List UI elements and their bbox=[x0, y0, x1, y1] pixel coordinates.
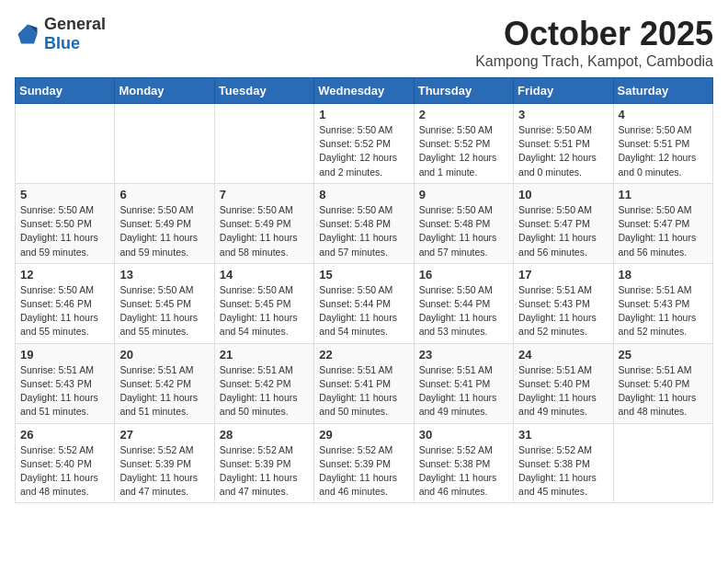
calendar-cell: 24Sunrise: 5:51 AM Sunset: 5:40 PM Dayli… bbox=[514, 343, 613, 423]
calendar-cell: 18Sunrise: 5:51 AM Sunset: 5:43 PM Dayli… bbox=[613, 263, 712, 343]
calendar-cell: 10Sunrise: 5:50 AM Sunset: 5:47 PM Dayli… bbox=[514, 183, 613, 263]
day-info: Sunrise: 5:50 AM Sunset: 5:47 PM Dayligh… bbox=[518, 203, 608, 259]
day-number: 17 bbox=[518, 268, 608, 282]
day-info: Sunrise: 5:50 AM Sunset: 5:51 PM Dayligh… bbox=[619, 123, 708, 179]
calendar-cell: 13Sunrise: 5:50 AM Sunset: 5:45 PM Dayli… bbox=[115, 263, 214, 343]
day-number: 8 bbox=[319, 188, 408, 201]
day-info: Sunrise: 5:50 AM Sunset: 5:46 PM Dayligh… bbox=[20, 283, 109, 339]
day-number: 23 bbox=[419, 348, 508, 362]
day-number: 12 bbox=[20, 268, 109, 282]
day-number: 25 bbox=[619, 348, 708, 362]
day-number: 10 bbox=[518, 188, 608, 201]
day-info: Sunrise: 5:50 AM Sunset: 5:52 PM Dayligh… bbox=[419, 123, 508, 179]
calendar-cell: 11Sunrise: 5:50 AM Sunset: 5:47 PM Dayli… bbox=[613, 183, 712, 263]
title-block: October 2025 Kampong Trach, Kampot, Camb… bbox=[475, 15, 713, 70]
day-info: Sunrise: 5:50 AM Sunset: 5:49 PM Dayligh… bbox=[220, 203, 309, 259]
day-info: Sunrise: 5:51 AM Sunset: 5:40 PM Dayligh… bbox=[518, 363, 608, 419]
calendar-week-4: 19Sunrise: 5:51 AM Sunset: 5:43 PM Dayli… bbox=[16, 343, 713, 423]
day-number: 14 bbox=[220, 268, 309, 282]
day-number: 30 bbox=[419, 428, 508, 442]
day-info: Sunrise: 5:50 AM Sunset: 5:44 PM Dayligh… bbox=[319, 283, 408, 339]
day-number: 9 bbox=[419, 188, 508, 201]
calendar-cell bbox=[613, 423, 712, 503]
month-title: October 2025 bbox=[475, 15, 713, 53]
day-number: 31 bbox=[518, 428, 608, 442]
day-number: 13 bbox=[119, 268, 209, 282]
logo-blue: Blue bbox=[44, 34, 80, 52]
day-number: 28 bbox=[220, 428, 309, 442]
day-info: Sunrise: 5:50 AM Sunset: 5:44 PM Dayligh… bbox=[419, 283, 508, 339]
day-number: 1 bbox=[319, 108, 408, 121]
weekday-header-saturday: Saturday bbox=[613, 78, 712, 104]
calendar-cell bbox=[16, 104, 115, 184]
calendar-cell bbox=[214, 104, 313, 184]
weekday-header-tuesday: Tuesday bbox=[214, 78, 313, 104]
day-info: Sunrise: 5:51 AM Sunset: 5:42 PM Dayligh… bbox=[119, 363, 209, 419]
calendar-cell: 7Sunrise: 5:50 AM Sunset: 5:49 PM Daylig… bbox=[214, 183, 313, 263]
weekday-header-sunday: Sunday bbox=[16, 78, 115, 104]
calendar-cell: 1Sunrise: 5:50 AM Sunset: 5:52 PM Daylig… bbox=[314, 104, 414, 184]
day-info: Sunrise: 5:51 AM Sunset: 5:41 PM Dayligh… bbox=[319, 363, 408, 419]
logo: General Blue bbox=[15, 15, 106, 53]
weekday-header-wednesday: Wednesday bbox=[314, 78, 414, 104]
calendar-cell: 9Sunrise: 5:50 AM Sunset: 5:48 PM Daylig… bbox=[414, 183, 513, 263]
day-info: Sunrise: 5:50 AM Sunset: 5:50 PM Dayligh… bbox=[20, 203, 109, 259]
calendar-cell: 29Sunrise: 5:52 AM Sunset: 5:39 PM Dayli… bbox=[314, 423, 414, 503]
day-number: 24 bbox=[518, 348, 608, 362]
day-number: 20 bbox=[119, 348, 209, 362]
day-info: Sunrise: 5:51 AM Sunset: 5:43 PM Dayligh… bbox=[20, 363, 109, 419]
calendar-cell: 2Sunrise: 5:50 AM Sunset: 5:52 PM Daylig… bbox=[414, 104, 513, 184]
logo-text: General Blue bbox=[44, 15, 106, 53]
weekday-header-row: SundayMondayTuesdayWednesdayThursdayFrid… bbox=[16, 78, 713, 104]
location-title: Kampong Trach, Kampot, Cambodia bbox=[475, 53, 713, 70]
day-info: Sunrise: 5:50 AM Sunset: 5:47 PM Dayligh… bbox=[619, 203, 708, 259]
day-number: 18 bbox=[619, 268, 708, 282]
calendar-cell: 27Sunrise: 5:52 AM Sunset: 5:39 PM Dayli… bbox=[115, 423, 214, 503]
weekday-header-friday: Friday bbox=[514, 78, 613, 104]
day-info: Sunrise: 5:51 AM Sunset: 5:43 PM Dayligh… bbox=[518, 283, 608, 339]
day-info: Sunrise: 5:52 AM Sunset: 5:38 PM Dayligh… bbox=[419, 443, 508, 500]
calendar-cell: 19Sunrise: 5:51 AM Sunset: 5:43 PM Dayli… bbox=[16, 343, 115, 423]
day-info: Sunrise: 5:51 AM Sunset: 5:41 PM Dayligh… bbox=[419, 363, 508, 419]
page-header: General Blue October 2025 Kampong Trach,… bbox=[15, 15, 713, 70]
day-info: Sunrise: 5:51 AM Sunset: 5:43 PM Dayligh… bbox=[619, 283, 708, 339]
calendar-week-1: 1Sunrise: 5:50 AM Sunset: 5:52 PM Daylig… bbox=[16, 104, 713, 184]
weekday-header-thursday: Thursday bbox=[414, 78, 513, 104]
day-number: 2 bbox=[419, 108, 508, 121]
logo-general: General bbox=[44, 15, 106, 33]
day-info: Sunrise: 5:50 AM Sunset: 5:48 PM Dayligh… bbox=[419, 203, 508, 259]
calendar-week-5: 26Sunrise: 5:52 AM Sunset: 5:40 PM Dayli… bbox=[16, 423, 713, 503]
day-number: 6 bbox=[119, 188, 209, 201]
calendar-cell: 6Sunrise: 5:50 AM Sunset: 5:49 PM Daylig… bbox=[115, 183, 214, 263]
day-info: Sunrise: 5:52 AM Sunset: 5:39 PM Dayligh… bbox=[119, 443, 209, 500]
calendar-cell: 8Sunrise: 5:50 AM Sunset: 5:48 PM Daylig… bbox=[314, 183, 414, 263]
day-number: 7 bbox=[220, 188, 309, 201]
day-number: 19 bbox=[20, 348, 109, 362]
calendar-table: SundayMondayTuesdayWednesdayThursdayFrid… bbox=[15, 77, 713, 503]
day-number: 3 bbox=[518, 108, 608, 121]
day-info: Sunrise: 5:51 AM Sunset: 5:40 PM Dayligh… bbox=[619, 363, 708, 419]
day-number: 29 bbox=[319, 428, 408, 442]
day-number: 15 bbox=[319, 268, 408, 282]
day-info: Sunrise: 5:51 AM Sunset: 5:42 PM Dayligh… bbox=[220, 363, 309, 419]
day-number: 26 bbox=[20, 428, 109, 442]
day-number: 4 bbox=[619, 108, 708, 121]
calendar-cell: 16Sunrise: 5:50 AM Sunset: 5:44 PM Dayli… bbox=[414, 263, 513, 343]
calendar-cell bbox=[115, 104, 214, 184]
calendar-cell: 3Sunrise: 5:50 AM Sunset: 5:51 PM Daylig… bbox=[514, 104, 613, 184]
calendar-cell: 22Sunrise: 5:51 AM Sunset: 5:41 PM Dayli… bbox=[314, 343, 414, 423]
day-info: Sunrise: 5:50 AM Sunset: 5:49 PM Dayligh… bbox=[119, 203, 209, 259]
calendar-cell: 5Sunrise: 5:50 AM Sunset: 5:50 PM Daylig… bbox=[16, 183, 115, 263]
day-number: 27 bbox=[119, 428, 209, 442]
calendar-cell: 15Sunrise: 5:50 AM Sunset: 5:44 PM Dayli… bbox=[314, 263, 414, 343]
day-info: Sunrise: 5:50 AM Sunset: 5:45 PM Dayligh… bbox=[119, 283, 209, 339]
calendar-cell: 21Sunrise: 5:51 AM Sunset: 5:42 PM Dayli… bbox=[214, 343, 313, 423]
day-info: Sunrise: 5:50 AM Sunset: 5:52 PM Dayligh… bbox=[319, 123, 408, 179]
day-info: Sunrise: 5:52 AM Sunset: 5:39 PM Dayligh… bbox=[319, 443, 408, 500]
day-number: 22 bbox=[319, 348, 408, 362]
calendar-week-2: 5Sunrise: 5:50 AM Sunset: 5:50 PM Daylig… bbox=[16, 183, 713, 263]
calendar-cell: 30Sunrise: 5:52 AM Sunset: 5:38 PM Dayli… bbox=[414, 423, 513, 503]
calendar-cell: 17Sunrise: 5:51 AM Sunset: 5:43 PM Dayli… bbox=[514, 263, 613, 343]
calendar-cell: 20Sunrise: 5:51 AM Sunset: 5:42 PM Dayli… bbox=[115, 343, 214, 423]
calendar-cell: 14Sunrise: 5:50 AM Sunset: 5:45 PM Dayli… bbox=[214, 263, 313, 343]
